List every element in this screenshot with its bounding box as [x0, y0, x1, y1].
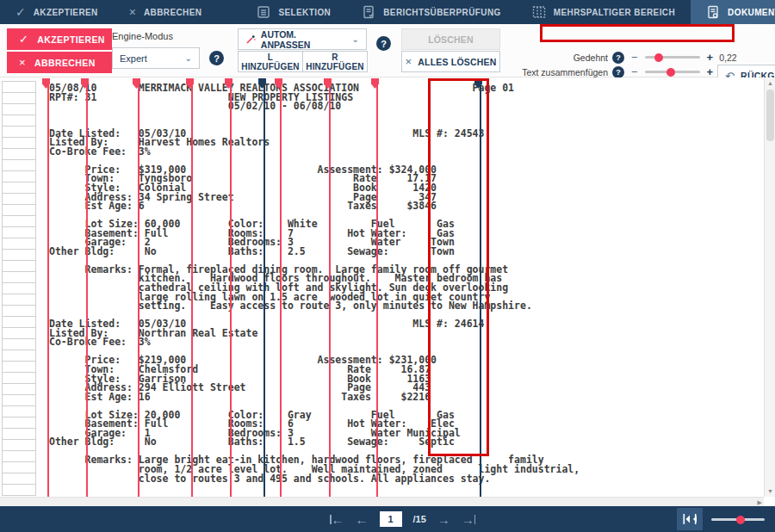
ribbon-cancel[interactable]: × ABBRECHEN — [114, 0, 218, 24]
question-mark-icon: ? — [616, 68, 621, 77]
document-page-text: 05/08/10 MERRIMACK VALLEY REALTORS ASSOC… — [49, 84, 580, 483]
merge-text-help-button[interactable]: ? — [612, 66, 624, 78]
column-separator[interactable] — [376, 78, 378, 497]
scroll-right-icon[interactable]: ▶ — [758, 498, 762, 506]
stretch-slider-row: Gedehnt ? − + 0,22 — [515, 50, 739, 65]
plus-button[interactable]: + — [707, 65, 714, 78]
report-check-icon — [362, 5, 375, 19]
add-right-label: R HINZUFÜGEN — [303, 53, 367, 71]
column-separator[interactable] — [480, 78, 481, 497]
merge-text-slider[interactable] — [645, 71, 700, 73]
engine-mode-select[interactable]: Expert ⌄ — [112, 47, 200, 69]
cancel-button[interactable]: × ABBRECHEN — [7, 52, 112, 73]
first-page-button[interactable]: ← — [330, 513, 344, 526]
close-icon: × — [129, 6, 136, 18]
document-separator-editor-window: ✓ AKZEPTIEREN × ABBRECHEN SELEKTION BERI… — [0, 0, 775, 532]
top-ribbon: ✓ AKZEPTIEREN × ABBRECHEN SELEKTION BERI… — [0, 0, 775, 24]
document-options-icon — [706, 5, 720, 19]
auto-fit-label: AUTOM. ANPASSEN — [261, 29, 347, 50]
ribbon-document-options-label: DOKUMENTOPTIONEN — [728, 8, 775, 17]
question-mark-icon: ? — [381, 39, 387, 49]
page-total-label: /15 — [413, 514, 426, 524]
page-number-input[interactable] — [380, 511, 402, 527]
column-separator[interactable] — [329, 78, 331, 497]
ribbon-cancel-label: ABBRECHEN — [144, 8, 202, 17]
column-separator[interactable] — [280, 78, 282, 497]
auto-fit-select[interactable]: AUTOM. ANPASSEN ⌄ — [238, 28, 367, 50]
line-ruler — [2, 81, 36, 496]
chevron-down-icon: ⌄ — [185, 53, 192, 63]
zoom-slider[interactable] — [711, 518, 765, 521]
separator-pin-icon[interactable] — [42, 78, 50, 89]
engine-mode-value: Expert — [120, 53, 147, 64]
horizontal-scrollbar[interactable]: ▶ — [0, 497, 764, 506]
column-separator[interactable] — [191, 78, 193, 497]
scroll-up-icon[interactable]: ▲ — [765, 77, 775, 89]
plus-button[interactable]: + — [707, 51, 714, 64]
ribbon-document-options[interactable]: DOKUMENTOPTIONEN — [691, 0, 775, 24]
engine-mode-help-button[interactable]: ? — [209, 51, 224, 65]
stretch-help-button[interactable]: ? — [612, 52, 624, 64]
pagination: ← ← /15 → → — [330, 511, 475, 527]
ribbon-selection-label: SELEKTION — [278, 8, 331, 17]
column-separator[interactable] — [138, 78, 140, 497]
last-page-button[interactable]: → — [462, 513, 476, 526]
ribbon-selection[interactable]: SELEKTION — [241, 0, 346, 24]
status-bar: ← ← /15 → → — [0, 506, 775, 532]
close-icon: × — [405, 55, 412, 68]
previous-page-button[interactable]: ← — [356, 513, 369, 526]
column-separator[interactable] — [47, 78, 49, 497]
stretch-slider[interactable] — [645, 56, 700, 59]
add-right-button[interactable]: R HINZUFÜGEN — [302, 51, 368, 72]
check-icon: ✓ — [19, 33, 28, 46]
scroll-down-icon[interactable]: ▼ — [765, 486, 775, 497]
delete-all-label: ALLES LÖSCHEN — [418, 57, 496, 67]
accept-button[interactable]: ✓ AKZEPTIEREN — [7, 28, 112, 50]
next-page-button[interactable]: → — [437, 513, 450, 526]
ribbon-multicolumn-area-label: MEHRSPALTIGER BEREICH — [554, 8, 675, 17]
minus-button[interactable]: − — [631, 65, 638, 78]
ribbon-report-review-label: BERICHTSÜBERPRÜFUNG — [383, 8, 501, 17]
engine-mode-label: Engine-Modus — [112, 31, 173, 41]
zoom-slider-thumb[interactable] — [736, 516, 745, 524]
separator-toolbar: ✓ AKZEPTIEREN × ABBRECHEN Engine-Modus E… — [0, 24, 775, 77]
add-left-button[interactable]: L HINZUFÜGEN — [238, 51, 303, 72]
multicolumn-icon — [532, 5, 546, 19]
vertical-scroll-thumb[interactable] — [766, 90, 774, 141]
accept-button-label: AKZEPTIEREN — [37, 34, 105, 45]
chevron-down-icon: ⌄ — [352, 34, 359, 44]
slider-thumb[interactable] — [666, 68, 675, 77]
merge-text-slider-label: Text zusammenfügen — [515, 67, 608, 77]
ribbon-multicolumn-area[interactable]: MEHRSPALTIGER BEREICH — [517, 0, 691, 24]
question-mark-icon: ? — [214, 53, 220, 64]
delete-button-label: LÖSCHEN — [428, 34, 474, 45]
document-viewer: 05/08/10 MERRIMACK VALLEY REALTORS ASSOC… — [0, 77, 775, 506]
delete-button[interactable]: LÖSCHEN — [401, 28, 500, 50]
slider-thumb[interactable] — [654, 53, 663, 62]
minus-button[interactable]: − — [631, 51, 638, 64]
close-icon: × — [19, 56, 26, 69]
column-separator[interactable] — [230, 78, 232, 497]
auto-fit-help-button[interactable]: ? — [376, 36, 391, 51]
add-left-label: L HINZUFÜGEN — [239, 53, 302, 71]
stretch-slider-label: Gedehnt — [515, 53, 608, 63]
stretch-slider-value: 0,22 — [719, 53, 736, 63]
magic-wand-icon — [245, 34, 256, 45]
question-mark-icon: ? — [616, 53, 621, 62]
cancel-button-label: ABBRECHEN — [34, 58, 96, 68]
vertical-scrollbar[interactable]: ▲ ▼ — [764, 77, 775, 497]
check-icon: ✓ — [16, 6, 26, 18]
ribbon-accept[interactable]: ✓ AKZEPTIEREN — [0, 0, 114, 24]
column-separator[interactable] — [264, 78, 265, 497]
delete-all-button[interactable]: × ALLES LÖSCHEN — [401, 51, 500, 72]
selection-frame-icon — [257, 5, 270, 19]
column-separator[interactable] — [86, 78, 88, 497]
fit-width-icon — [683, 513, 697, 525]
ribbon-report-review[interactable]: BERICHTSÜBERPRÜFUNG — [346, 0, 517, 24]
fit-width-button[interactable] — [677, 508, 703, 530]
ribbon-accept-label: AKZEPTIEREN — [34, 8, 98, 17]
